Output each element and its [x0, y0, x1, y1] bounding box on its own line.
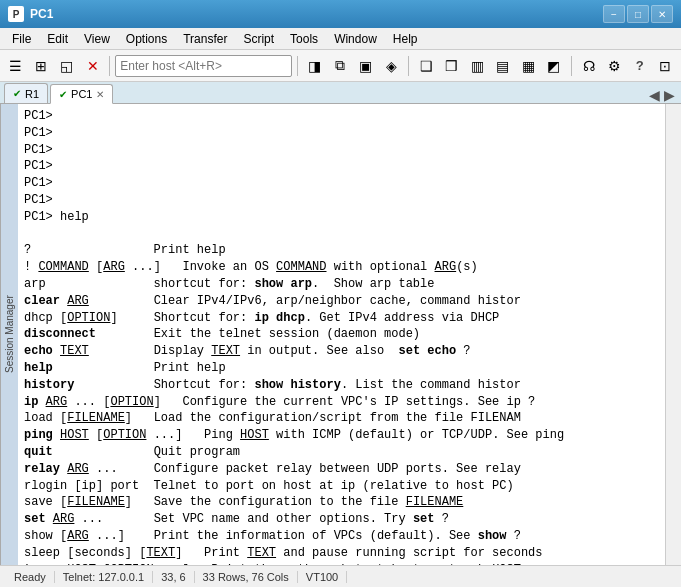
menu-tools[interactable]: Tools [282, 30, 326, 48]
tab-prev-button[interactable]: ◀ [647, 87, 662, 103]
menu-view[interactable]: View [76, 30, 118, 48]
tab-r1[interactable]: ✔ R1 [4, 83, 48, 103]
tab-pc1-label: PC1 [71, 88, 92, 100]
toolbar-separator-4 [571, 56, 572, 76]
status-position: 33, 6 [153, 571, 194, 583]
toolbar-btn-15[interactable]: ⚙ [602, 54, 626, 78]
tab-pc1[interactable]: ✔ PC1 ✕ [50, 84, 113, 104]
status-bar: Ready Telnet: 127.0.0.1 33, 6 33 Rows, 7… [0, 565, 681, 587]
menu-bar: File Edit View Options Transfer Script T… [0, 28, 681, 50]
title-bar: P PC1 − □ ✕ [0, 0, 681, 28]
tab-next-button[interactable]: ▶ [662, 87, 677, 103]
status-terminal: VT100 [298, 571, 347, 583]
content-area: Session Manager PC1> PC1> PC1> PC1> PC1>… [0, 104, 681, 565]
toolbar-btn-close[interactable]: ✕ [81, 54, 105, 78]
toolbar-separator-3 [408, 56, 409, 76]
toolbar-separator-2 [297, 56, 298, 76]
toolbar: ☰ ⊞ ◱ ✕ ◨ ⧉ ▣ ◈ ❑ ❒ ▥ ▤ ▦ ◩ ☊ ⚙ ? ⊡ [0, 50, 681, 82]
close-button[interactable]: ✕ [651, 5, 673, 23]
toolbar-btn-13[interactable]: ◩ [542, 54, 566, 78]
tab-r1-icon: ✔ [13, 88, 21, 99]
menu-edit[interactable]: Edit [39, 30, 76, 48]
toolbar-btn-12[interactable]: ▦ [517, 54, 541, 78]
status-telnet: Telnet: 127.0.0.1 [55, 571, 153, 583]
menu-transfer[interactable]: Transfer [175, 30, 235, 48]
menu-options[interactable]: Options [118, 30, 175, 48]
menu-script[interactable]: Script [235, 30, 282, 48]
status-dimensions: 33 Rows, 76 Cols [195, 571, 298, 583]
toolbar-btn-10[interactable]: ▥ [465, 54, 489, 78]
host-input[interactable] [115, 55, 292, 77]
toolbar-btn-4[interactable]: ◨ [303, 54, 327, 78]
toolbar-btn-3[interactable]: ◱ [55, 54, 79, 78]
tab-pc1-close[interactable]: ✕ [96, 89, 104, 100]
toolbar-btn-7[interactable]: ◈ [380, 54, 404, 78]
status-ready: Ready [6, 571, 55, 583]
toolbar-btn-5[interactable]: ⧉ [329, 54, 353, 78]
toolbar-separator-1 [109, 56, 110, 76]
menu-file[interactable]: File [4, 30, 39, 48]
minimize-button[interactable]: − [603, 5, 625, 23]
toolbar-btn-help[interactable]: ? [628, 54, 652, 78]
tab-navigation: ◀ ▶ [647, 87, 681, 103]
toolbar-btn-2[interactable]: ⊞ [30, 54, 54, 78]
toolbar-btn-8[interactable]: ❑ [414, 54, 438, 78]
app-icon: P [8, 6, 24, 22]
menu-window[interactable]: Window [326, 30, 385, 48]
toolbar-btn-9[interactable]: ❒ [440, 54, 464, 78]
maximize-button[interactable]: □ [627, 5, 649, 23]
window-controls: − □ ✕ [603, 5, 673, 23]
tab-pc1-icon: ✔ [59, 89, 67, 100]
toolbar-btn-16[interactable]: ⊡ [653, 54, 677, 78]
menu-help[interactable]: Help [385, 30, 426, 48]
tab-bar: ✔ R1 ✔ PC1 ✕ ◀ ▶ [0, 82, 681, 104]
session-manager-label: Session Manager [4, 296, 15, 374]
terminal-scrollbar[interactable] [665, 104, 681, 565]
toolbar-btn-14[interactable]: ☊ [577, 54, 601, 78]
session-manager-sidebar[interactable]: Session Manager [0, 104, 18, 565]
tab-r1-label: R1 [25, 88, 39, 100]
window-title: PC1 [30, 7, 603, 21]
toolbar-btn-1[interactable]: ☰ [4, 54, 28, 78]
toolbar-btn-6[interactable]: ▣ [354, 54, 378, 78]
toolbar-btn-11[interactable]: ▤ [491, 54, 515, 78]
terminal-output[interactable]: PC1> PC1> PC1> PC1> PC1> PC1> PC1> help … [18, 104, 665, 565]
